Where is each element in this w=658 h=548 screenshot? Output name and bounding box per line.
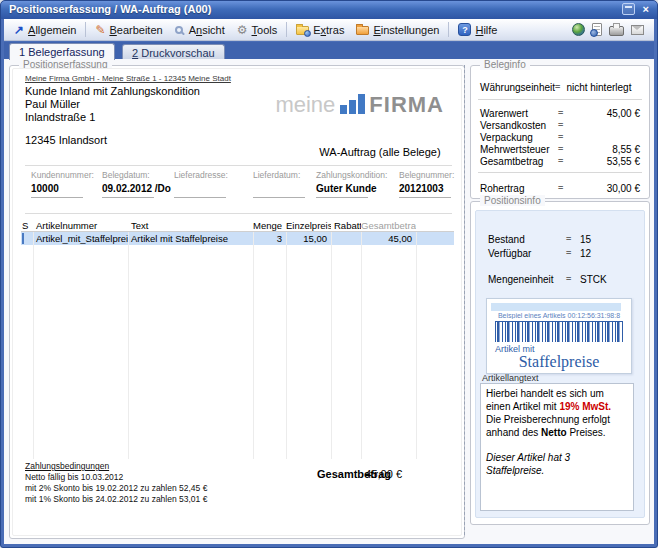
tab-belegerfassung[interactable]: 1 Belegerfassung: [9, 43, 115, 60]
table-row[interactable]: Artikel_mit_Staffelpreise Artikel mit St…: [21, 232, 454, 245]
divider: [25, 165, 452, 166]
menu-separator: [286, 22, 287, 37]
payment-terms-heading: Zahlungsbedingungen: [25, 461, 207, 472]
beleginfo-row: Rohertrag=30,00 €: [471, 182, 649, 194]
group-label: Positionsinfo: [480, 195, 545, 206]
menu-bar: ↗ Allgemein ✎ Bearbeiten Ansicht ⚙ Tools…: [4, 19, 654, 41]
langtext-label: Artikellangtext: [482, 373, 539, 383]
beleginfo-row: Währungseinheit=nicht hinterlegt: [471, 81, 649, 93]
barcode-caption: Beispiel eines Artikels 00:12:56:31:98:8: [487, 312, 631, 319]
divider: [478, 172, 642, 173]
document-type: WA-Auftrag (alle Belege): [315, 146, 445, 158]
edit-icon: ✎: [95, 24, 105, 36]
logo-bars-icon: [340, 94, 365, 114]
total-value: 45,00 €: [350, 468, 402, 480]
field-kundennummer[interactable]: Kundennummer: 10000: [31, 170, 111, 198]
menu-allgemein[interactable]: ↗ Allgemein: [8, 22, 82, 38]
divider: [25, 213, 452, 214]
equals-sign: =: [558, 120, 570, 130]
beleginfo-row: Warenwert=45,00 €: [471, 107, 649, 119]
close-icon[interactable]: ×: [641, 3, 651, 15]
beleginfo-row: Verpackung=: [471, 131, 649, 143]
equals-sign: =: [558, 132, 570, 142]
positionsinfo-panel: Bestand=15 Verfügbar=12 Mengeneinheit=ST…: [475, 210, 645, 518]
barcode-icon: [495, 321, 623, 342]
title-bar: Positionserfassung / WA-Auftrag (A00) ×: [1, 1, 657, 19]
equals-sign: =: [558, 183, 570, 193]
menu-separator: [85, 22, 86, 37]
langtext-box[interactable]: Hierbei handelt es sich um einen Artikel…: [480, 383, 634, 511]
equals-sign: =: [558, 156, 570, 166]
tab-strip: 1 Belegerfassung 2 Druckvorschau: [4, 42, 654, 59]
positions-table: S Artikelnummer Text Menge Einzelpreis R…: [21, 219, 454, 459]
positionsinfo-row: Verfügbar=12: [476, 247, 644, 259]
group-label: Beleginfo: [480, 59, 530, 70]
positionserfassung-group: Positionserfassung Meine Firma GmbH - Me…: [9, 65, 465, 539]
field-zahlungskondition[interactable]: Zahlungskondition: Guter Kunde: [316, 170, 396, 198]
beleginfo-row: Versandkosten=: [471, 119, 649, 131]
mail-icon[interactable]: [631, 25, 644, 35]
positionsinfo-row: Bestand=15: [476, 233, 644, 245]
address-line: Paul Müller: [25, 98, 80, 110]
address-line: Kunde Inland mit Zahlungskondition: [25, 85, 200, 97]
tab-druckvorschau[interactable]: 2 Druckvorschau: [122, 44, 225, 60]
article-row-icon: [22, 233, 24, 244]
magnifier-icon: [175, 26, 183, 34]
sender-line: Meine Firma GmbH - Meine Straße 1 - 1234…: [25, 74, 231, 83]
panel-divider: [464, 65, 465, 535]
equals-sign: =: [566, 274, 580, 284]
equals-sign: =: [566, 248, 580, 258]
payment-terms: Zahlungsbedingungen Netto fällig bis 10.…: [25, 461, 207, 505]
content-area: Positionserfassung Meine Firma GmbH - Me…: [4, 59, 654, 544]
app-window: Positionserfassung / WA-Auftrag (A00) × …: [0, 0, 658, 548]
help-icon: ?: [458, 23, 471, 36]
gear-icon: ⚙: [237, 24, 248, 36]
positionsinfo-row: Mengeneinheit=STCK: [476, 273, 644, 285]
beleginfo-group: Beleginfo Währungseinheit=nicht hinterle…: [470, 65, 650, 199]
field-belegdatum[interactable]: Belegdatum: 09.02.2012 /Do: [102, 170, 182, 198]
equals-sign: =: [555, 82, 566, 92]
equals-sign: =: [558, 144, 570, 154]
restore-icon[interactable]: [622, 3, 635, 15]
menu-hilfe[interactable]: ? Hilfe: [452, 21, 503, 38]
arrow-icon: ↗: [14, 24, 24, 36]
globe-icon[interactable]: [572, 23, 585, 36]
menu-separator: [448, 22, 449, 37]
folder-icon: [356, 26, 369, 35]
highlight-strip: [491, 303, 621, 311]
menu-ansicht[interactable]: Ansicht: [169, 22, 231, 38]
beleginfo-row: Gesamtbetrag=53,55 €: [471, 155, 649, 167]
field-belegnummer[interactable]: Belegnummer: 20121003: [399, 170, 479, 198]
menu-extras[interactable]: Extras: [290, 22, 350, 38]
divider: [478, 99, 642, 100]
barcode-text-large: Staffelpreise: [487, 353, 631, 371]
article-barcode-preview: Beispiel eines Artikels 00:12:56:31:98:8…: [486, 298, 632, 374]
beleginfo-row: Mehrwertsteuer=8,55 €: [471, 143, 649, 155]
folder-ball-icon: [296, 26, 309, 35]
equals-sign: =: [566, 234, 580, 244]
menu-tools[interactable]: ⚙ Tools: [231, 22, 283, 38]
printer-icon[interactable]: [609, 26, 624, 36]
menu-bearbeiten[interactable]: ✎ Bearbeiten: [89, 22, 168, 38]
address-city: 12345 Inlandsort: [25, 134, 107, 146]
table-header-row[interactable]: S Artikelnummer Text Menge Einzelpreis R…: [21, 219, 454, 232]
menu-einstellungen[interactable]: Einstellungen: [350, 22, 445, 38]
window-title: Positionserfassung / WA-Auftrag (A00): [9, 3, 211, 15]
document-icon[interactable]: [592, 23, 602, 36]
positionsinfo-group: Positionsinfo Bestand=15 Verfügbar=12 Me…: [470, 201, 650, 525]
equals-sign: =: [558, 108, 570, 118]
company-logo: meine FIRMA: [275, 94, 444, 115]
field-lieferadresse[interactable]: Lieferadresse:: [174, 170, 254, 198]
address-line: Inlandstraße 1: [25, 111, 95, 123]
